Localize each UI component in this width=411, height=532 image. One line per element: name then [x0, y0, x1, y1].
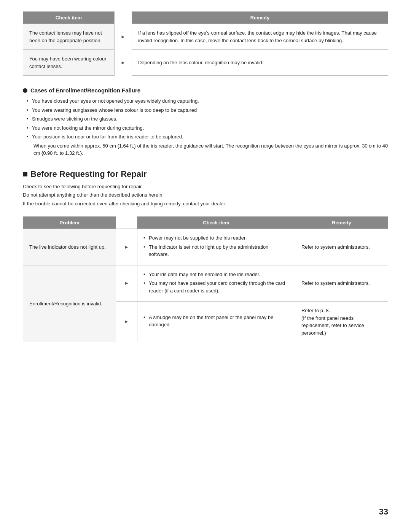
bottom-check-2-item-1: Your iris data may not be enrolled in th…	[143, 271, 289, 278]
bottom-arrow-3: ►	[116, 302, 137, 342]
top-check-1: The contact lenses may have not been on …	[23, 24, 115, 50]
bottom-remedy-1: Refer to system administrators.	[295, 229, 388, 265]
bottom-check-1-item-1: Power may not be supplied to the iris re…	[143, 234, 289, 242]
cases-section: Cases of Enrollment/Recognition Failure …	[23, 87, 388, 157]
bottom-check-2: Your iris data may not be enrolled in th…	[137, 265, 295, 302]
cases-sub-text: When you come within approx. 50 cm {1.64…	[23, 142, 388, 157]
repair-heading: Before Requesting for Repair	[23, 169, 388, 179]
bottom-arrow-1: ►	[116, 229, 137, 265]
cases-bullet-icon	[23, 88, 27, 93]
bottom-remedy-2: Refer to system administrators.	[295, 265, 388, 302]
case-item-1: You have closed your eyes or not opened …	[27, 97, 388, 105]
top-remedy-2: Depending on the lens colour, recognitio…	[132, 50, 388, 76]
top-check-2: You may have been wearing colour contact…	[23, 50, 115, 76]
bottom-arrow-2: ►	[116, 265, 137, 302]
case-item-4: You were not looking at the mirror durin…	[27, 124, 388, 132]
repair-line-3: If the trouble cannot be corrected even …	[23, 200, 388, 208]
bottom-table: Problem Check item Remedy The live indic…	[23, 216, 388, 342]
page-number: 33	[379, 507, 388, 517]
bottom-check-3-item-1: A smudge may be on the front panel or th…	[143, 314, 289, 329]
bottom-remedy-header: Remedy	[295, 217, 388, 229]
bottom-check-3: A smudge may be on the front panel or th…	[137, 302, 295, 342]
cases-heading: Cases of Enrollment/Recognition Failure	[23, 87, 388, 94]
arrow-2: ►	[115, 50, 132, 76]
top-remedy-1: If a lens has slipped off the eye's corn…	[132, 24, 388, 50]
case-item-2: You were wearing sunglasses whose lens c…	[27, 106, 388, 114]
repair-section: Before Requesting for Repair Check to se…	[23, 169, 388, 208]
repair-line-1: Check to see the following before reques…	[23, 183, 388, 191]
arrow-1: ►	[115, 24, 132, 50]
case-item-5: Your position is too near or too far fro…	[27, 133, 388, 141]
top-table: Check item Remedy The contact lenses may…	[23, 11, 388, 76]
bottom-problem-1: The live indicator does not light up.	[23, 229, 116, 265]
bottom-check-2-item-2: You may not have passed your card correc…	[143, 279, 289, 294]
repair-line-2: Do not attempt anything other than the d…	[23, 191, 388, 199]
case-item-3: Smudges were sticking on the glasses.	[27, 115, 388, 123]
top-table-remedy-header: Remedy	[132, 12, 388, 24]
bottom-check-header: Check item	[137, 217, 295, 229]
repair-bullet-icon	[23, 172, 27, 176]
bottom-remedy-3: Refer to p. 8. (If the front panel needs…	[295, 302, 388, 342]
bottom-problem-header: Problem	[23, 217, 116, 229]
bottom-problem-2: Enrollment/Recognition is invalid.	[23, 265, 116, 342]
cases-list: You have closed your eyes or not opened …	[23, 97, 388, 141]
bottom-check-1: Power may not be supplied to the iris re…	[137, 229, 295, 265]
top-table-check-header: Check item	[23, 12, 115, 24]
bottom-check-1-item-2: The indicator is set not to light up by …	[143, 243, 289, 258]
